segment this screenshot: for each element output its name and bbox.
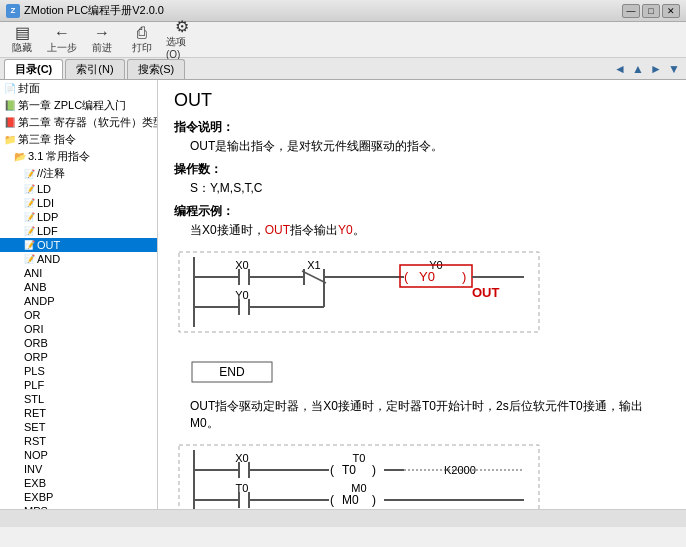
sidebar-item-chapter2[interactable]: 📕 第二章 寄存器（软元件）类型 — [0, 114, 157, 131]
tab-navigation: ◄ ▲ ► ▼ — [612, 61, 682, 79]
svg-text:Y0: Y0 — [235, 289, 248, 301]
svg-text:X1: X1 — [307, 259, 320, 271]
sidebar-item-or[interactable]: OR — [0, 308, 157, 322]
tab-search[interactable]: 搜索(S) — [127, 59, 186, 79]
sidebar-item-orb[interactable]: ORB — [0, 336, 157, 350]
sidebar-item-set[interactable]: SET — [0, 420, 157, 434]
section31-icon: 📂 — [14, 151, 26, 162]
ldp-icon: 📝 — [24, 212, 35, 222]
doc-icon: 📄 — [4, 83, 16, 94]
chapter2-icon: 📕 — [4, 117, 16, 128]
sidebar-item-and[interactable]: 📝 AND — [0, 252, 157, 266]
hide-label: 隐藏 — [12, 41, 32, 55]
and-icon: 📝 — [24, 254, 35, 264]
status-bar — [0, 509, 686, 527]
forward-label: 前进 — [92, 41, 112, 55]
back-label: 上一步 — [47, 41, 77, 55]
sidebar-item-ret[interactable]: RET — [0, 406, 157, 420]
main-area: 📄 封面 📗 第一章 ZPLC编程入门 📕 第二章 寄存器（软元件）类型 📁 第… — [0, 80, 686, 509]
svg-line-11 — [302, 271, 326, 283]
hide-button[interactable]: ▤ 隐藏 — [4, 24, 40, 56]
sidebar-item-chapter3[interactable]: 📁 第三章 指令 — [0, 131, 157, 148]
nav-up-button[interactable]: ▲ — [630, 61, 646, 77]
instruction-text: OUT是输出指令，是对软元件线圈驱动的指令。 — [190, 138, 670, 155]
example-label: 编程示例： — [174, 203, 670, 220]
svg-text:(: ( — [330, 463, 334, 477]
title-bar: Z ZMotion PLC编程手册V2.0.0 — □ ✕ — [0, 0, 686, 22]
close-button[interactable]: ✕ — [662, 4, 680, 18]
ladder-svg-1: X0 X1 Y0 ( Y0 ) — [174, 247, 554, 337]
options-label: 选项(O) — [166, 35, 198, 60]
tab-bar: 目录(C) 索引(N) 搜索(S) ◄ ▲ ► ▼ — [0, 58, 686, 80]
back-icon: ← — [54, 25, 70, 41]
options-button[interactable]: ⚙ 选项(O) — [164, 24, 200, 56]
svg-text:(: ( — [330, 493, 334, 507]
end-label: END — [219, 365, 245, 379]
svg-text:X0: X0 — [235, 452, 248, 464]
content-panel: OUT 指令说明： OUT是输出指令，是对软元件线圈驱动的指令。 操作数： S：… — [158, 80, 686, 509]
sidebar-item-ori[interactable]: ORI — [0, 322, 157, 336]
tab-index[interactable]: 索引(N) — [65, 59, 124, 79]
sidebar-item-inv[interactable]: INV — [0, 462, 157, 476]
sidebar-item-ldf[interactable]: 📝 LDF — [0, 224, 157, 238]
ldf-icon: 📝 — [24, 226, 35, 236]
sidebar-item-comment[interactable]: 📝 //注释 — [0, 165, 157, 182]
instruction-label: 指令说明： — [174, 119, 670, 136]
minimize-button[interactable]: — — [622, 4, 640, 18]
svg-text:): ) — [462, 269, 466, 284]
window-controls: — □ ✕ — [622, 4, 680, 18]
sidebar-item-ldi[interactable]: 📝 LDI — [0, 196, 157, 210]
content-title: OUT — [174, 90, 670, 111]
sidebar-item-pls[interactable]: PLS — [0, 364, 157, 378]
svg-text:M0: M0 — [342, 493, 359, 507]
toolbar: ▤ 隐藏 ← 上一步 → 前进 ⎙ 打印 ⚙ 选项(O) — [0, 22, 686, 58]
tab-contents[interactable]: 目录(C) — [4, 59, 63, 79]
app-icon: Z — [6, 4, 20, 18]
chapter1-icon: 📗 — [4, 100, 16, 111]
chapter3-icon: 📁 — [4, 134, 16, 145]
sidebar-item-cover[interactable]: 📄 封面 — [0, 80, 157, 97]
nav-expand-button[interactable]: ▼ — [666, 61, 682, 77]
sidebar-item-chapter1[interactable]: 📗 第一章 ZPLC编程入门 — [0, 97, 157, 114]
end-block-svg: END — [190, 357, 310, 387]
operand-text: S：Y,M,S,T,C — [190, 180, 670, 197]
forward-button[interactable]: → 前进 — [84, 24, 120, 56]
print-button[interactable]: ⎙ 打印 — [124, 24, 160, 56]
sidebar-item-ani[interactable]: ANI — [0, 266, 157, 280]
window-title: ZMotion PLC编程手册V2.0.0 — [24, 3, 622, 18]
sidebar-item-exb[interactable]: EXB — [0, 476, 157, 490]
svg-text:T0: T0 — [236, 482, 249, 494]
sidebar-item-mps[interactable]: MPS — [0, 504, 157, 509]
ladder-svg-2: X0 T0 ( T0 ) K2000 T0 — [174, 440, 554, 509]
example-desc: 当X0接通时，OUT指令输出Y0。 — [190, 222, 670, 239]
comment-icon: 📝 — [24, 169, 35, 179]
forward-icon: → — [94, 25, 110, 41]
sidebar-item-andp[interactable]: ANDP — [0, 294, 157, 308]
ladder-diagram-1: X0 X1 Y0 ( Y0 ) — [174, 247, 670, 337]
sidebar-item-nop[interactable]: NOP — [0, 448, 157, 462]
nav-back-button[interactable]: ◄ — [612, 61, 628, 77]
sidebar-item-section31[interactable]: 📂 3.1 常用指令 — [0, 148, 157, 165]
sidebar-item-plf[interactable]: PLF — [0, 378, 157, 392]
maximize-button[interactable]: □ — [642, 4, 660, 18]
ladder-diagram-2: X0 T0 ( T0 ) K2000 T0 — [174, 440, 670, 509]
sidebar-item-exbp[interactable]: EXBP — [0, 490, 157, 504]
back-button[interactable]: ← 上一步 — [44, 24, 80, 56]
sidebar-item-out[interactable]: 📝 OUT — [0, 238, 157, 252]
sidebar-item-anb[interactable]: ANB — [0, 280, 157, 294]
sidebar: 📄 封面 📗 第一章 ZPLC编程入门 📕 第二章 寄存器（软元件）类型 📁 第… — [0, 80, 158, 509]
svg-text:): ) — [372, 463, 376, 477]
end-block-container: END — [190, 357, 670, 390]
sidebar-item-stl[interactable]: STL — [0, 392, 157, 406]
svg-text:X0: X0 — [235, 259, 248, 271]
sidebar-item-ld[interactable]: 📝 LD — [0, 182, 157, 196]
sidebar-item-ldp[interactable]: 📝 LDP — [0, 210, 157, 224]
sidebar-item-rst[interactable]: RST — [0, 434, 157, 448]
svg-text:T0: T0 — [342, 463, 356, 477]
timer-desc: OUT指令驱动定时器，当X0接通时，定时器T0开始计时，2s后位软元件T0接通，… — [190, 398, 670, 432]
nav-forward-button[interactable]: ► — [648, 61, 664, 77]
svg-text:(: ( — [404, 269, 409, 284]
print-icon: ⎙ — [137, 25, 147, 41]
operand-label: 操作数： — [174, 161, 670, 178]
sidebar-item-orp[interactable]: ORP — [0, 350, 157, 364]
